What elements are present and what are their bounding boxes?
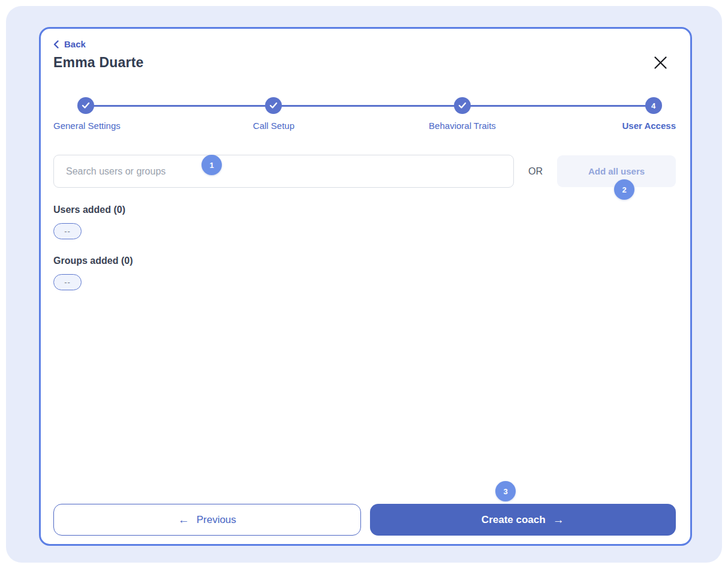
groups-empty-pill: --: [53, 274, 82, 290]
or-separator: OR: [514, 166, 557, 177]
groups-added-label: Groups added (0): [53, 256, 676, 266]
check-icon: [82, 102, 90, 109]
stepper-rail: 4: [53, 97, 676, 114]
create-coach-label: Create coach: [482, 514, 546, 526]
search-input[interactable]: [53, 155, 514, 188]
previous-label: Previous: [197, 514, 236, 526]
step-label-general-settings: General Settings: [53, 121, 121, 131]
check-icon: [269, 102, 278, 109]
chevron-left-icon: [53, 40, 59, 49]
back-link[interactable]: Back: [53, 39, 86, 49]
create-coach-modal: Back Emma Duarte: [39, 27, 692, 546]
create-coach-button[interactable]: Create coach →: [370, 504, 676, 536]
stepper-labels: General Settings Call Setup Behavioral T…: [53, 121, 676, 133]
users-added-section: Users added (0) --: [53, 205, 676, 239]
step-call-setup-dot: [265, 97, 282, 114]
close-button[interactable]: [652, 55, 669, 71]
groups-empty-value: --: [64, 278, 71, 287]
check-icon: [458, 102, 467, 109]
step-general-settings-dot: [77, 97, 94, 114]
page-title: Emma Duarte: [53, 55, 143, 71]
arrow-right-icon: →: [553, 514, 564, 525]
annotation-badge-1: 1: [201, 155, 222, 175]
previous-button[interactable]: ← Previous: [53, 504, 361, 536]
step-number: 4: [651, 101, 655, 110]
users-added-label: Users added (0): [53, 205, 676, 215]
title-row: Emma Duarte: [53, 55, 676, 71]
search-row: OR Add all users: [53, 155, 676, 188]
step-label-call-setup: Call Setup: [253, 121, 294, 131]
step-label-behavioral-traits: Behavioral Traits: [429, 121, 496, 131]
back-label: Back: [64, 39, 86, 49]
users-empty-value: --: [64, 227, 71, 236]
arrow-left-icon: ←: [178, 514, 189, 525]
step-user-access-dot: 4: [645, 97, 662, 114]
annotation-badge-3: 3: [495, 481, 516, 501]
footer-actions: ← Previous Create coach →: [53, 504, 676, 536]
stepper: 4 General Settings Call Setup Behavioral…: [53, 97, 676, 133]
step-behavioral-traits-dot: [454, 97, 471, 114]
groups-added-section: Groups added (0) --: [53, 256, 676, 290]
annotation-badge-2: 2: [614, 179, 634, 200]
users-empty-pill: --: [53, 223, 82, 239]
step-label-user-access: User Access: [622, 121, 676, 131]
close-icon: [654, 62, 667, 71]
stepper-track: [86, 105, 654, 107]
